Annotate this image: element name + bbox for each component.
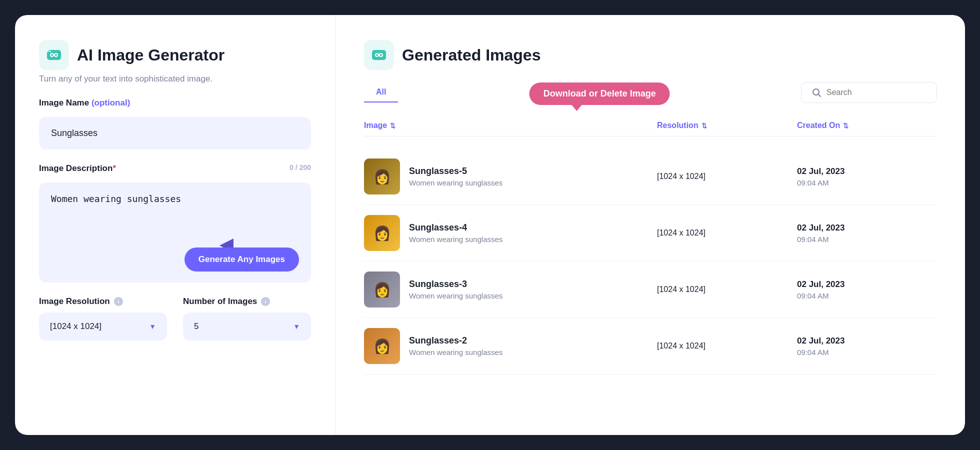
table-body: 👩 Sunglasses-5 Women wearing sunglasses … bbox=[364, 148, 937, 374]
thumbnail-figure: 👩 bbox=[364, 215, 400, 251]
image-cell: 👩 Sunglasses-5 Women wearing sunglasses bbox=[364, 158, 657, 194]
image-desc: Women wearing sunglasses bbox=[409, 348, 502, 356]
date-main: 02 Jul, 2023 bbox=[797, 166, 937, 176]
num-images-label: Number of Images i bbox=[183, 296, 311, 306]
image-name: Sunglasses-3 bbox=[409, 279, 502, 290]
resolution-cell: [1024 x 1024] bbox=[657, 228, 797, 238]
num-images-field-group: Number of Images i 5 ▼ bbox=[183, 296, 311, 340]
left-panel: AI Image Generator Turn any of your text… bbox=[15, 15, 335, 435]
thumbnail: 👩 bbox=[364, 272, 400, 308]
svg-point-13 bbox=[813, 89, 819, 95]
image-info: Sunglasses-4 Women wearing sunglasses bbox=[409, 222, 502, 244]
thumbnail-figure: 👩 bbox=[364, 328, 400, 364]
table-row: 👩 Sunglasses-5 Women wearing sunglasses … bbox=[364, 148, 937, 205]
date-main: 02 Jul, 2023 bbox=[797, 336, 937, 346]
resolution-label: Image Resolution i bbox=[39, 296, 167, 306]
sort-resolution-icon[interactable]: ⇅ bbox=[702, 122, 707, 130]
image-info: Sunglasses-3 Women wearing sunglasses bbox=[409, 279, 502, 300]
image-description-wrapper: Women wearing sunglasses Generate Any Im… bbox=[39, 182, 311, 282]
image-name-label: Image Name (optional) bbox=[39, 98, 311, 108]
app-container: AI Image Generator Turn any of your text… bbox=[15, 15, 965, 435]
resolution-info-icon[interactable]: i bbox=[114, 297, 123, 306]
image-description-field-group: Image Description* 0 / 200 Women wearing… bbox=[39, 164, 311, 282]
char-count: 0 / 200 bbox=[290, 164, 311, 172]
date-cell: 02 Jul, 2023 09:04 AM bbox=[797, 166, 937, 187]
thumbnail: 👩 bbox=[364, 328, 400, 364]
col-header-resolution: Resolution ⇅ bbox=[657, 121, 797, 130]
bottom-fields: Image Resolution i [1024 x 1024] ▼ Numbe… bbox=[39, 296, 311, 340]
date-main: 02 Jul, 2023 bbox=[797, 223, 937, 233]
resolution-value: [1024 x 1024] bbox=[50, 322, 102, 332]
search-box[interactable] bbox=[801, 82, 937, 103]
left-panel-subtitle: Turn any of your text into sophisticated… bbox=[39, 74, 311, 84]
num-images-info-icon[interactable]: i bbox=[261, 297, 270, 306]
image-info: Sunglasses-2 Women wearing sunglasses bbox=[409, 336, 502, 356]
left-panel-title: AI Image Generator bbox=[77, 46, 224, 64]
filter-tabs: All bbox=[364, 82, 398, 102]
date-time: 09:04 AM bbox=[797, 292, 937, 300]
resolution-chevron-icon: ▼ bbox=[149, 322, 156, 330]
image-desc: Women wearing sunglasses bbox=[409, 292, 502, 300]
date-time: 09:04 AM bbox=[797, 348, 937, 356]
thumbnail-figure: 👩 bbox=[364, 272, 400, 308]
thumbnail-figure: 👩 bbox=[364, 158, 400, 194]
resolution-cell: [1024 x 1024] bbox=[657, 342, 797, 350]
date-time: 09:04 AM bbox=[797, 235, 937, 244]
resolution-cell: [1024 x 1024] bbox=[657, 172, 797, 181]
col-header-image: Image ⇅ bbox=[364, 121, 657, 130]
thumbnail: 👩 bbox=[364, 215, 400, 251]
generate-button-label: Generate Any Images bbox=[198, 254, 285, 264]
filter-search-row: All Download or Delete Image bbox=[364, 82, 937, 103]
image-cell: 👩 Sunglasses-2 Women wearing sunglasses bbox=[364, 328, 657, 364]
search-input[interactable] bbox=[826, 88, 926, 97]
image-description-label: Image Description* 0 / 200 bbox=[39, 164, 311, 174]
svg-point-11 bbox=[376, 54, 378, 56]
image-desc: Women wearing sunglasses bbox=[409, 178, 502, 187]
image-description-textarea[interactable]: Women wearing sunglasses bbox=[51, 194, 299, 234]
image-name: Sunglasses-4 bbox=[409, 222, 502, 233]
table-row: 👩 Sunglasses-4 Women wearing sunglasses … bbox=[364, 205, 937, 262]
right-panel: Generated Images All Download or Delete … bbox=[335, 15, 965, 435]
image-name-input[interactable] bbox=[39, 117, 311, 150]
resolution-field-group: Image Resolution i [1024 x 1024] ▼ bbox=[39, 296, 167, 340]
col-header-created-on: Created On ⇅ bbox=[797, 121, 937, 130]
right-header: Generated Images bbox=[364, 40, 937, 70]
left-header: AI Image Generator bbox=[39, 40, 311, 70]
filter-tab-all[interactable]: All bbox=[364, 82, 398, 102]
num-images-select[interactable]: 5 ▼ bbox=[183, 312, 311, 340]
image-cell: 👩 Sunglasses-4 Women wearing sunglasses bbox=[364, 215, 657, 251]
search-icon bbox=[812, 88, 822, 98]
table-row: 👩 Sunglasses-3 Women wearing sunglasses … bbox=[364, 262, 937, 318]
date-cell: 02 Jul, 2023 09:04 AM bbox=[797, 223, 937, 244]
date-cell: 02 Jul, 2023 09:04 AM bbox=[797, 280, 937, 300]
resolution-cell: [1024 x 1024] bbox=[657, 285, 797, 294]
resolution-select[interactable]: [1024 x 1024] ▼ bbox=[39, 312, 167, 340]
image-name: Sunglasses-5 bbox=[409, 166, 502, 176]
svg-point-12 bbox=[380, 54, 382, 56]
sort-created-on-icon[interactable]: ⇅ bbox=[843, 122, 848, 130]
image-name-field-group: Image Name (optional) bbox=[39, 98, 311, 150]
app-icon bbox=[39, 40, 69, 70]
download-delete-tooltip: Download or Delete Image bbox=[530, 82, 670, 105]
svg-point-5 bbox=[55, 54, 57, 56]
image-cell: 👩 Sunglasses-3 Women wearing sunglasses bbox=[364, 272, 657, 308]
date-time: 09:04 AM bbox=[797, 178, 937, 187]
right-app-icon bbox=[364, 40, 394, 70]
sort-image-icon[interactable]: ⇅ bbox=[390, 122, 396, 130]
image-name: Sunglasses-2 bbox=[409, 336, 502, 346]
right-panel-title: Generated Images bbox=[402, 46, 540, 64]
num-images-value: 5 bbox=[194, 322, 198, 332]
table-row: 👩 Sunglasses-2 Women wearing sunglasses … bbox=[364, 318, 937, 374]
table-header: Image ⇅ Resolution ⇅ Created On ⇅ bbox=[364, 115, 937, 136]
date-cell: 02 Jul, 2023 09:04 AM bbox=[797, 336, 937, 356]
image-info: Sunglasses-5 Women wearing sunglasses bbox=[409, 166, 502, 187]
generate-button[interactable]: Generate Any Images bbox=[184, 248, 299, 272]
date-main: 02 Jul, 2023 bbox=[797, 280, 937, 290]
num-images-chevron-icon: ▼ bbox=[293, 322, 300, 330]
svg-point-4 bbox=[51, 54, 53, 56]
image-desc: Women wearing sunglasses bbox=[409, 235, 502, 244]
thumbnail: 👩 bbox=[364, 158, 400, 194]
